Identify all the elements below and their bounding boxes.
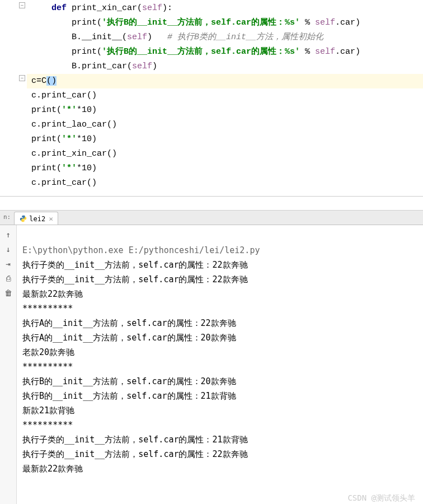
close-icon[interactable]: × — [48, 214, 53, 223]
output-line: 执行子类的__init__方法前，self.car的属性：22款奔驰 — [22, 274, 248, 284]
console-output[interactable]: E:\python\python.exe E:/pythonceshi/lei/… — [17, 225, 423, 504]
code-line[interactable]: print('执行B的__init__方法前，self.car的属性：%s' %… — [27, 16, 423, 30]
python-icon — [19, 215, 27, 223]
output-line: 执行子类的__init__方法前，self.car的属性：22款奔驰 — [22, 449, 248, 459]
code-line[interactable]: print('*'*10) — [27, 161, 423, 176]
wrap-icon[interactable]: ⇥ — [3, 259, 13, 269]
code-line[interactable]: print('*'*10) — [27, 103, 423, 118]
tool-column: ↑ ↓ ⇥ ⎙ 🗑 — [0, 225, 17, 504]
code-line-highlighted[interactable]: c=C() — [27, 74, 423, 88]
code-line[interactable]: B.print_car(self) — [27, 59, 423, 74]
watermark: CSDN @测试领头羊 — [347, 491, 415, 504]
code-area[interactable]: def print_xin_car(self): print('执行B的__in… — [27, 0, 423, 196]
output-line: 老款20款奔驰 — [22, 347, 74, 357]
output-line: ********** — [22, 362, 73, 372]
code-editor[interactable]: − − def print_xin_car(self): print('执行B的… — [0, 0, 423, 197]
editor-gutter: − − — [0, 0, 27, 196]
output-line: 执行A的__init__方法前，self.car的属性：20款奔驰 — [22, 333, 236, 343]
command-line: E:\python\python.exe E:/pythonceshi/lei/… — [22, 245, 260, 255]
output-line: 执行子类的__init__方法前，self.car的属性：21款背驰 — [22, 435, 248, 445]
tab-name: lei2 — [29, 215, 45, 223]
output-body: ↑ ↓ ⇥ ⎙ 🗑 E:\python\python.exe E:/python… — [0, 225, 423, 504]
fold-end-icon[interactable]: − — [19, 75, 25, 81]
tab-lei2[interactable]: lei2 × — [14, 212, 58, 225]
output-line: 执行A的__init__方法前，self.car的属性：22款奔驰 — [22, 318, 236, 328]
output-line: 最新款22款奔驰 — [22, 464, 83, 474]
code-line[interactable]: print('执行B的__init__方法前，self.car的属性：%s' %… — [27, 45, 423, 59]
tab-bar: n: lei2 × — [0, 211, 423, 225]
output-line: 新款21款背驰 — [22, 405, 74, 416]
output-line: 执行子类的__init__方法前，self.car的属性：22款奔驰 — [22, 260, 248, 270]
output-line: 执行B的__init__方法前，self.car的属性：20款奔驰 — [22, 376, 236, 386]
code-line[interactable]: c.print_lao_car() — [27, 118, 423, 132]
output-line: ********** — [22, 304, 73, 314]
output-line: 最新款22款奔驰 — [22, 289, 83, 299]
keyword-def: def — [51, 3, 67, 13]
print-icon[interactable]: ⎙ — [3, 273, 13, 283]
tab-prefix: n: — [0, 211, 14, 225]
code-line[interactable]: def print_xin_car(self): — [27, 1, 423, 16]
selection: () — [46, 76, 57, 86]
fold-marker-icon[interactable]: − — [19, 2, 25, 8]
arrow-down-icon[interactable]: ↓ — [3, 244, 13, 254]
output-line: ********** — [22, 420, 73, 430]
code-line[interactable]: c.print_car() — [27, 88, 423, 103]
arrow-up-icon[interactable]: ↑ — [3, 230, 13, 240]
output-panel: n: lei2 × ↑ ↓ ⇥ ⎙ 🗑 E:\python\python.exe… — [0, 210, 423, 504]
code-line[interactable]: print('*'*10) — [27, 132, 423, 147]
code-line[interactable]: B.__init__(self) # 执行B类的__init__方法，属性初始化 — [27, 30, 423, 45]
output-line: 执行B的__init__方法前，self.car的属性：21款背驰 — [22, 391, 236, 401]
code-line[interactable]: c.print_car() — [27, 176, 423, 190]
trash-icon[interactable]: 🗑 — [3, 288, 13, 298]
code-line[interactable]: c.print_xin_car() — [27, 147, 423, 161]
